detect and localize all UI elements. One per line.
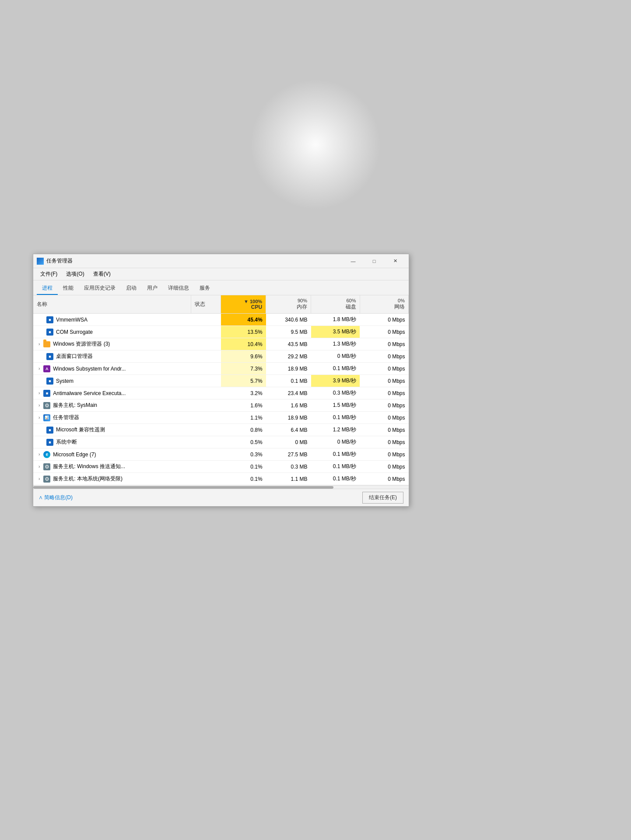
minimize-button[interactable]: — bbox=[343, 254, 363, 268]
table-row[interactable]: ■ COM Surrogate 13.5% 9.5 MB 3.5 MB/秒 0 … bbox=[33, 326, 409, 338]
process-cpu-cell: 7.3% bbox=[221, 363, 266, 375]
process-network-cell: 0 Mbps bbox=[360, 399, 409, 412]
process-memory-cell: 0 MB bbox=[266, 436, 311, 448]
process-name-cell: ■ 系统中断 bbox=[33, 436, 191, 448]
process-network-cell: 0 Mbps bbox=[360, 424, 409, 436]
process-cpu-cell: 13.5% bbox=[221, 326, 266, 338]
table-row[interactable]: ■ 桌面窗口管理器 9.6% 29.2 MB 0 MB/秒 0 Mbps bbox=[33, 350, 409, 363]
process-name-cell: ■ COM Surrogate bbox=[33, 326, 191, 338]
process-name-cell: › 📊 任务管理器 bbox=[33, 412, 191, 424]
table-row[interactable]: ■ VmmemWSA 45.4% 340.6 MB 1.8 MB/秒 0 Mbp… bbox=[33, 314, 409, 326]
col-header-cpu[interactable]: ▼ 100% CPU bbox=[221, 295, 266, 314]
process-cpu-cell: 45.4% bbox=[221, 314, 266, 326]
task-manager-window: 任务管理器 — □ ✕ 文件(F) 选项(O) 查看(V) 进程 性能 应用历史… bbox=[33, 254, 409, 507]
process-status-cell bbox=[191, 350, 221, 363]
process-disk-cell: 0.3 MB/秒 bbox=[311, 387, 360, 399]
process-memory-cell: 0.1 MB bbox=[266, 375, 311, 387]
process-name-cell: ■ System bbox=[33, 375, 191, 387]
summary-toggle[interactable]: ∧ 简略信息(D) bbox=[39, 494, 73, 501]
table-row[interactable]: › ⚙ 服务主机: Windows 推送通知... 0.1% 0.3 MB 0.… bbox=[33, 461, 409, 473]
process-memory-cell: 27.5 MB bbox=[266, 448, 311, 461]
close-button[interactable]: ✕ bbox=[385, 254, 405, 268]
process-disk-cell: 0.1 MB/秒 bbox=[311, 412, 360, 424]
menu-bar: 文件(F) 选项(O) 查看(V) bbox=[33, 268, 409, 280]
process-memory-cell: 1.1 MB bbox=[266, 473, 311, 485]
process-network-cell: 0 Mbps bbox=[360, 473, 409, 485]
col-header-network[interactable]: 0% 网络 bbox=[360, 295, 409, 314]
title-bar: 任务管理器 — □ ✕ bbox=[33, 254, 409, 268]
process-cpu-cell: 3.2% bbox=[221, 387, 266, 399]
table-row[interactable]: ■ Microsoft 兼容性遥测 0.8% 6.4 MB 1.2 MB/秒 0… bbox=[33, 424, 409, 436]
tab-performance[interactable]: 性能 bbox=[58, 282, 79, 295]
process-network-cell: 0 Mbps bbox=[360, 338, 409, 350]
process-disk-cell: 0.1 MB/秒 bbox=[311, 363, 360, 375]
process-disk-cell: 0.1 MB/秒 bbox=[311, 448, 360, 461]
end-task-button[interactable]: 结束任务(E) bbox=[362, 492, 403, 504]
process-name-cell: › ■ Antimalware Service Executa... bbox=[33, 387, 191, 399]
process-disk-cell: 0.1 MB/秒 bbox=[311, 473, 360, 485]
process-status-cell bbox=[191, 448, 221, 461]
col-header-memory[interactable]: 90% 内存 bbox=[266, 295, 311, 314]
process-status-cell bbox=[191, 436, 221, 448]
process-disk-cell: 3.5 MB/秒 bbox=[311, 326, 360, 338]
process-disk-cell: 0.1 MB/秒 bbox=[311, 461, 360, 473]
process-status-cell bbox=[191, 375, 221, 387]
process-cpu-cell: 9.6% bbox=[221, 350, 266, 363]
table-row[interactable]: ■ 系统中断 0.5% 0 MB 0 MB/秒 0 Mbps bbox=[33, 436, 409, 448]
table-row[interactable]: › ■ Antimalware Service Executa... 3.2% … bbox=[33, 387, 409, 399]
menu-options[interactable]: 选项(O) bbox=[63, 269, 88, 279]
scroll-thumb bbox=[33, 486, 333, 489]
process-name-cell: › A Windows Subsystem for Andr... bbox=[33, 363, 191, 375]
col-header-disk[interactable]: 60% 磁盘 bbox=[311, 295, 360, 314]
menu-file[interactable]: 文件(F) bbox=[37, 269, 61, 279]
process-name-cell: › ⚙ 服务主机: SysMain bbox=[33, 399, 191, 412]
title-bar-text: 任务管理器 bbox=[46, 257, 343, 265]
title-bar-icon bbox=[37, 258, 44, 265]
col-header-status[interactable]: 状态 bbox=[191, 295, 221, 314]
menu-view[interactable]: 查看(V) bbox=[90, 269, 114, 279]
process-network-cell: 0 Mbps bbox=[360, 436, 409, 448]
tab-services[interactable]: 服务 bbox=[194, 282, 215, 295]
process-disk-cell: 1.5 MB/秒 bbox=[311, 399, 360, 412]
process-status-cell bbox=[191, 314, 221, 326]
process-cpu-cell: 0.5% bbox=[221, 436, 266, 448]
process-memory-cell: 9.5 MB bbox=[266, 326, 311, 338]
process-status-cell bbox=[191, 363, 221, 375]
process-network-cell: 0 Mbps bbox=[360, 461, 409, 473]
process-table-container: 名称 状态 ▼ 100% CPU 90% 内存 60% bbox=[33, 295, 409, 485]
process-memory-cell: 6.4 MB bbox=[266, 424, 311, 436]
title-bar-controls: — □ ✕ bbox=[343, 254, 405, 268]
process-name-cell: ■ VmmemWSA bbox=[33, 314, 191, 326]
process-name-cell: › Windows 资源管理器 (3) bbox=[33, 338, 191, 350]
tab-app-history[interactable]: 应用历史记录 bbox=[79, 282, 121, 295]
restore-button[interactable]: □ bbox=[364, 254, 384, 268]
table-row[interactable]: › e Microsoft Edge (7) 0.3% 27.5 MB 0.1 … bbox=[33, 448, 409, 461]
process-name-cell: › e Microsoft Edge (7) bbox=[33, 448, 191, 461]
process-network-cell: 0 Mbps bbox=[360, 314, 409, 326]
process-status-cell bbox=[191, 412, 221, 424]
process-memory-cell: 18.9 MB bbox=[266, 363, 311, 375]
table-row[interactable]: › A Windows Subsystem for Andr... 7.3% 1… bbox=[33, 363, 409, 375]
horizontal-scrollbar[interactable] bbox=[33, 485, 409, 489]
table-row[interactable]: ■ System 5.7% 0.1 MB 3.9 MB/秒 0 Mbps bbox=[33, 375, 409, 387]
process-network-cell: 0 Mbps bbox=[360, 387, 409, 399]
process-memory-cell: 0.3 MB bbox=[266, 461, 311, 473]
table-row[interactable]: › ⚙ 服务主机: 本地系统(网络受限) 0.1% 1.1 MB 0.1 MB/… bbox=[33, 473, 409, 485]
table-row[interactable]: › Windows 资源管理器 (3) 10.4% 43.5 MB 1.3 MB… bbox=[33, 338, 409, 350]
table-row[interactable]: › 📊 任务管理器 1.1% 18.9 MB 0.1 MB/秒 0 Mbps bbox=[33, 412, 409, 424]
tab-startup[interactable]: 启动 bbox=[121, 282, 142, 295]
process-status-cell bbox=[191, 473, 221, 485]
process-memory-cell: 18.9 MB bbox=[266, 412, 311, 424]
process-table-body: ■ VmmemWSA 45.4% 340.6 MB 1.8 MB/秒 0 Mbp… bbox=[33, 314, 409, 485]
process-name-cell: › ⚙ 服务主机: Windows 推送通知... bbox=[33, 461, 191, 473]
process-network-cell: 0 Mbps bbox=[360, 412, 409, 424]
process-disk-cell: 3.9 MB/秒 bbox=[311, 375, 360, 387]
tab-users[interactable]: 用户 bbox=[142, 282, 163, 295]
process-memory-cell: 43.5 MB bbox=[266, 338, 311, 350]
process-cpu-cell: 5.7% bbox=[221, 375, 266, 387]
process-cpu-cell: 0.1% bbox=[221, 473, 266, 485]
table-row[interactable]: › ⚙ 服务主机: SysMain 1.6% 1.6 MB 1.5 MB/秒 0… bbox=[33, 399, 409, 412]
tab-details[interactable]: 详细信息 bbox=[163, 282, 194, 295]
tab-processes[interactable]: 进程 bbox=[37, 282, 58, 295]
col-header-name[interactable]: 名称 bbox=[33, 295, 191, 314]
